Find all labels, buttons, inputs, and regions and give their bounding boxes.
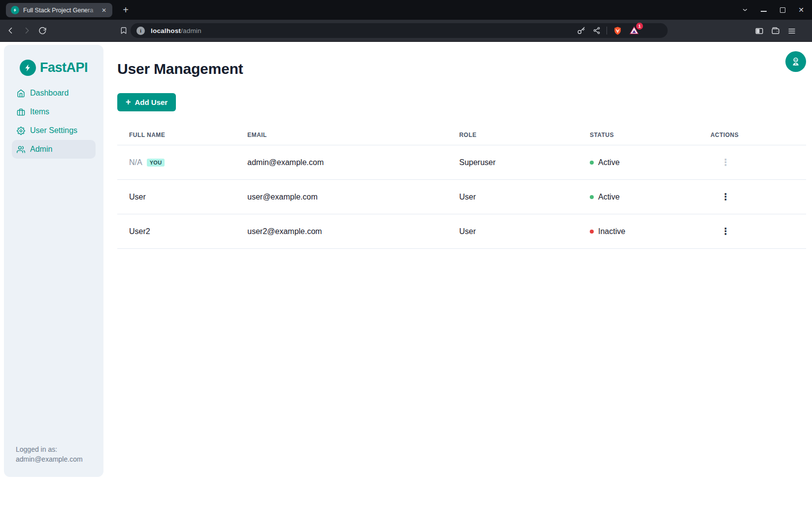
browser-window: Full Stack Project Genera ✕ + ✕ i lo bbox=[0, 0, 812, 505]
reload-icon[interactable] bbox=[34, 23, 50, 38]
bookmark-icon[interactable] bbox=[116, 23, 131, 38]
row-actions-kebab-icon[interactable]: ⋮ bbox=[721, 227, 730, 236]
col-email: EMAIL bbox=[236, 129, 447, 145]
tab-close-icon[interactable]: ✕ bbox=[100, 6, 108, 15]
address-bar[interactable]: i localhost/admin 1 bbox=[131, 23, 668, 38]
wallet-icon[interactable] bbox=[769, 25, 782, 37]
status-label: Active bbox=[598, 158, 620, 167]
user-role: User bbox=[447, 214, 578, 249]
table-header-row: FULL NAME EMAIL ROLE STATUS ACTIONS bbox=[117, 129, 806, 145]
status-cell: Active bbox=[590, 193, 687, 202]
fastapi-logo-text: FastAPI bbox=[40, 60, 88, 75]
sidebar-panel-icon[interactable] bbox=[753, 25, 766, 37]
row-actions-kebab-icon[interactable]: ⋮ bbox=[721, 158, 730, 167]
minimize-icon[interactable] bbox=[760, 6, 768, 14]
sidebar-item-items[interactable]: Items bbox=[12, 102, 96, 121]
status-label: Active bbox=[598, 193, 620, 202]
browser-tab[interactable]: Full Stack Project Genera ✕ bbox=[6, 3, 112, 17]
sidebar-item-label: Dashboard bbox=[30, 89, 68, 98]
add-user-button[interactable]: + Add User bbox=[117, 93, 176, 111]
status-dot-active bbox=[590, 195, 594, 199]
row-actions-kebab-icon[interactable]: ⋮ bbox=[721, 192, 730, 202]
sidebar-item-user-settings[interactable]: User Settings bbox=[12, 121, 96, 140]
brave-rewards-icon[interactable]: 1 bbox=[628, 25, 640, 36]
logged-in-footer: Logged in as: admin@example.com bbox=[4, 444, 103, 477]
urlbar-divider bbox=[607, 27, 607, 34]
window-controls: ✕ bbox=[741, 0, 808, 20]
page-title: User Management bbox=[117, 61, 243, 77]
add-user-label: Add User bbox=[135, 98, 168, 106]
table-row: N/AYOU admin@example.com Superuser Activ… bbox=[117, 145, 806, 180]
users-table: FULL NAME EMAIL ROLE STATUS ACTIONS N/AY… bbox=[117, 129, 806, 249]
sidebar-nav: Dashboard Items User Settings Admin bbox=[4, 84, 103, 159]
new-tab-button[interactable]: + bbox=[120, 4, 132, 16]
col-role: ROLE bbox=[447, 129, 578, 145]
table-row: User user@example.com User Active ⋮ bbox=[117, 180, 806, 214]
sidebar-item-label: Items bbox=[30, 107, 49, 116]
back-icon[interactable] bbox=[3, 23, 19, 38]
user-full-name: User2 bbox=[117, 214, 236, 249]
sidebar-item-dashboard[interactable]: Dashboard bbox=[12, 84, 96, 102]
browser-menu-chevron-icon[interactable] bbox=[741, 6, 749, 14]
sidebar: FastAPI Dashboard Items User Settings bbox=[4, 45, 103, 477]
plus-icon: + bbox=[126, 97, 131, 107]
gear-icon bbox=[17, 127, 25, 135]
sidebar-item-label: User Settings bbox=[30, 126, 77, 135]
url-text: localhost/admin bbox=[151, 27, 202, 34]
close-window-icon[interactable]: ✕ bbox=[797, 6, 805, 14]
user-menu-button[interactable] bbox=[785, 51, 806, 72]
you-badge: YOU bbox=[147, 159, 165, 167]
sidebar-item-label: Admin bbox=[30, 145, 52, 154]
table-row: User2 user2@example.com User Inactive ⋮ bbox=[117, 214, 806, 249]
browser-toolbar: i localhost/admin 1 bbox=[0, 20, 812, 42]
logged-in-label: Logged in as: bbox=[16, 444, 92, 454]
col-actions: ACTIONS bbox=[699, 129, 806, 145]
col-full-name: FULL NAME bbox=[117, 129, 236, 145]
status-cell: Inactive bbox=[590, 227, 687, 236]
fastapi-logo-icon bbox=[20, 60, 36, 76]
user-email: user@example.com bbox=[236, 180, 447, 214]
status-dot-inactive bbox=[590, 230, 594, 234]
share-icon[interactable] bbox=[591, 25, 603, 36]
status-label: Inactive bbox=[598, 227, 625, 236]
home-icon bbox=[17, 89, 25, 98]
status-dot-active bbox=[590, 161, 594, 165]
brave-shield-icon[interactable] bbox=[611, 25, 623, 36]
browser-menu-icon[interactable] bbox=[785, 25, 798, 37]
site-info-icon[interactable]: i bbox=[136, 27, 145, 35]
col-status: STATUS bbox=[578, 129, 699, 145]
rewards-notification-badge: 1 bbox=[636, 23, 643, 30]
app-content: FastAPI Dashboard Items User Settings bbox=[0, 42, 812, 505]
sidebar-item-admin[interactable]: Admin bbox=[12, 140, 96, 159]
user-full-name: N/A bbox=[129, 158, 142, 167]
user-role: User bbox=[447, 180, 578, 214]
titlebar: Full Stack Project Genera ✕ + ✕ bbox=[0, 0, 812, 20]
users-icon bbox=[17, 145, 25, 154]
status-cell: Active bbox=[590, 158, 687, 167]
user-role: Superuser bbox=[447, 145, 578, 180]
fastapi-favicon-icon bbox=[11, 6, 19, 14]
user-full-name: User bbox=[117, 180, 236, 214]
briefcase-icon bbox=[17, 108, 25, 116]
tab-title: Full Stack Project Genera bbox=[23, 7, 100, 14]
user-email: admin@example.com bbox=[236, 145, 447, 180]
password-key-icon[interactable] bbox=[575, 25, 587, 36]
forward-icon[interactable] bbox=[19, 23, 34, 38]
user-email: user2@example.com bbox=[236, 214, 447, 249]
fastapi-logo: FastAPI bbox=[4, 60, 103, 76]
user-avatar-icon bbox=[790, 56, 801, 67]
maximize-icon[interactable] bbox=[778, 6, 786, 14]
logged-in-email: admin@example.com bbox=[16, 454, 92, 464]
